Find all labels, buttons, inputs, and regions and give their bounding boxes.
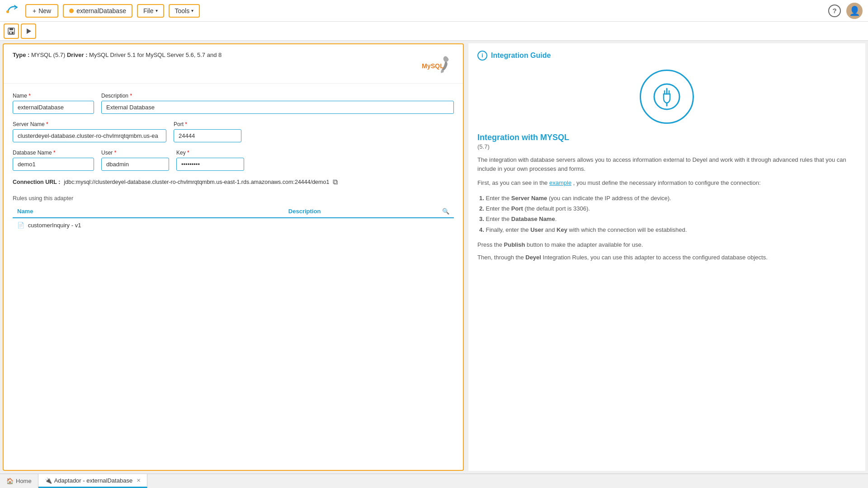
key-input[interactable]	[176, 158, 244, 171]
rule-file-icon: 📄	[17, 222, 24, 229]
mysql-logo: MySQL	[418, 52, 454, 79]
key-label: Key *	[176, 150, 244, 156]
server-port-row: Server Name * Port *	[13, 121, 454, 142]
user-label: User *	[101, 150, 169, 156]
plus-icon: +	[33, 7, 36, 14]
rules-label: Rules using this adapter	[13, 195, 454, 202]
svg-marker-5	[27, 28, 31, 34]
new-button-label: New	[38, 7, 51, 14]
adapter-tab-label: Adaptador - externalDatabase	[54, 477, 132, 484]
file-menu-button[interactable]: File ▾	[137, 4, 164, 18]
svg-point-0	[6, 10, 9, 13]
guide-steps-list: 1. Enter the Server Name (you can indica…	[477, 193, 856, 235]
topbar: + New externalDatabase File ▾ Tools ▾ ? …	[0, 0, 868, 22]
col-name-header: Name	[13, 205, 284, 218]
active-tab[interactable]: externalDatabase	[63, 4, 132, 18]
save-button[interactable]	[4, 23, 19, 39]
publish-bold: Publish	[504, 241, 525, 248]
name-group: Name *	[13, 93, 94, 114]
main-layout: Type : MYSQL (5.7) Driver : MySQL Driver…	[0, 41, 868, 474]
guide-title-row: i Integration Guide	[477, 51, 856, 61]
home-tab[interactable]: 🏠 Home	[0, 474, 38, 488]
rules-table: Name Description 🔍 📄 customerInquiry - v…	[13, 205, 454, 232]
search-icon[interactable]: 🔍	[442, 208, 449, 215]
server-name-label: Server Name *	[13, 121, 166, 127]
rule-action-cell	[438, 218, 454, 232]
step-4: 4. Finally, enter the User and Key with …	[479, 225, 856, 235]
description-label: Description *	[101, 93, 454, 99]
rule-desc-cell	[284, 218, 438, 232]
copy-icon[interactable]: ⧉	[333, 178, 338, 186]
svg-rect-2	[9, 28, 13, 30]
integration-icon-circle	[640, 70, 694, 124]
guide-intro: First, as you can see in the example , y…	[477, 178, 856, 188]
key-group: Key *	[176, 150, 244, 171]
connection-url-label: Connection URL :	[13, 179, 60, 185]
tools-chevron-icon: ▾	[191, 8, 193, 13]
db-user-key-row: Database Name * User * Key *	[13, 150, 454, 171]
name-description-row: Name * Description *	[13, 93, 454, 114]
user-input[interactable]	[101, 158, 169, 171]
db-name-input[interactable]	[13, 158, 94, 171]
svg-rect-4	[10, 32, 12, 33]
right-panel: i Integration Guide Integration with MYS…	[468, 43, 865, 471]
home-tab-label: Home	[16, 478, 32, 484]
app-logo[interactable]	[5, 3, 19, 19]
deyel-bold: Deyel	[525, 254, 541, 261]
port-input[interactable]	[174, 129, 241, 142]
search-col-header: 🔍	[438, 205, 454, 218]
connection-url-row: Connection URL : jdbc:mysql://clusterdey…	[13, 178, 454, 186]
name-input[interactable]	[13, 101, 94, 114]
toolbar	[0, 22, 868, 41]
db-name-label: Database Name *	[13, 150, 94, 156]
server-name-group: Server Name *	[13, 121, 166, 142]
panel-header: Type : MYSQL (5.7) Driver : MySQL Driver…	[4, 44, 463, 84]
description-group: Description *	[101, 93, 454, 114]
publish-note: Press the Publish button to make the ada…	[477, 240, 856, 249]
guide-title-text: Integration Guide	[491, 52, 551, 60]
info-icon: i	[477, 51, 487, 61]
home-icon: 🏠	[6, 478, 14, 484]
db-name-group: Database Name *	[13, 150, 94, 171]
tabbar: 🏠 Home 🔌 Adaptador - externalDatabase ✕	[0, 474, 868, 488]
guide-description: The integration with database servers al…	[477, 155, 856, 173]
port-label: Port *	[174, 121, 241, 127]
deyel-note: Then, through the Deyel Integration Rule…	[477, 253, 856, 262]
step-1: 1. Enter the Server Name (you can indica…	[479, 193, 856, 203]
guide-intro2: , you must define the necessary informat…	[573, 179, 761, 186]
tools-label: Tools	[175, 7, 190, 14]
user-avatar[interactable]: 👤	[846, 3, 863, 19]
step-2: 2. Enter the Port (the default port is 3…	[479, 203, 856, 214]
rules-section: Rules using this adapter Name Descriptio…	[13, 195, 454, 232]
new-button[interactable]: + New	[25, 4, 58, 18]
connection-url-value: jdbc:mysql://clusterdeyel-database.clust…	[64, 179, 329, 185]
file-chevron-icon: ▾	[156, 8, 158, 13]
svg-text:MySQL: MySQL	[422, 62, 444, 70]
name-label: Name *	[13, 93, 94, 99]
type-label: Type :	[13, 52, 29, 58]
step-3: 3. Enter the Database Name.	[479, 214, 856, 224]
type-value: MYSQL (5.7)	[31, 52, 65, 58]
col-description-header: Description	[284, 205, 438, 218]
active-tab-label: externalDatabase	[76, 7, 126, 14]
guide-intro-text: First, as you can see in the	[477, 179, 549, 186]
user-group: User *	[101, 150, 169, 171]
adapter-tab-icon: 🔌	[45, 477, 52, 484]
run-button[interactable]	[21, 23, 36, 39]
server-name-input[interactable]	[13, 129, 166, 142]
driver-value: MySQL Driver 5.1 for MySQL Server 5.6, 5…	[89, 52, 222, 58]
topbar-right: ? 👤	[828, 3, 863, 19]
driver-label: Driver :	[67, 52, 88, 58]
port-group: Port *	[174, 121, 241, 142]
tools-menu-button[interactable]: Tools ▾	[169, 4, 200, 18]
integration-title: Integration with MYSQL	[477, 133, 856, 142]
tab-dot-icon	[69, 9, 74, 13]
table-row[interactable]: 📄 customerInquiry - v1	[13, 218, 454, 232]
help-button[interactable]: ?	[828, 5, 841, 17]
close-tab-button[interactable]: ✕	[137, 478, 141, 483]
example-link[interactable]: example	[549, 179, 571, 186]
description-input[interactable]	[101, 101, 454, 114]
type-driver-info: Type : MYSQL (5.7) Driver : MySQL Driver…	[13, 52, 222, 58]
panel-body: Name * Description * Serve	[4, 84, 463, 470]
adapter-tab[interactable]: 🔌 Adaptador - externalDatabase ✕	[38, 474, 147, 488]
